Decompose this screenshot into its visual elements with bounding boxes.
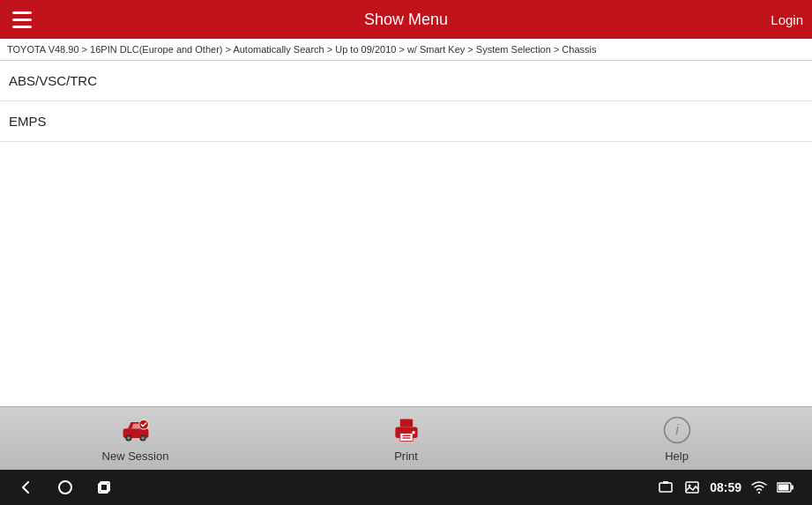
wifi-icon	[750, 479, 768, 496]
help-label: Help	[665, 449, 689, 463]
hamburger-icon[interactable]	[12, 11, 32, 28]
svg-point-20	[689, 485, 691, 487]
image-icon	[683, 479, 701, 496]
list-item-label: ABS/VSC/TRC	[9, 73, 97, 88]
nav-right-status: 08:59	[657, 479, 794, 496]
nav-left-buttons	[18, 479, 113, 496]
breadcrumb: TOYOTA V48.90 > 16PIN DLC(Europe and Oth…	[0, 39, 812, 61]
svg-rect-24	[792, 486, 794, 490]
header-bar: Show Menu Login	[0, 0, 812, 39]
new-session-label: New Session	[102, 449, 169, 463]
battery-icon	[777, 479, 794, 496]
home-button[interactable]	[56, 479, 74, 496]
toolbar: New Session Print i Help	[0, 406, 812, 470]
svg-point-14	[59, 481, 71, 494]
header-title: Show Menu	[364, 11, 448, 29]
svg-rect-8	[399, 434, 412, 442]
time-display: 08:59	[710, 480, 741, 494]
help-button[interactable]: i Help	[642, 414, 712, 463]
svg-rect-18	[663, 481, 668, 484]
svg-rect-17	[659, 483, 672, 492]
android-nav-bar: 08:59	[0, 470, 812, 505]
svg-rect-23	[778, 485, 789, 491]
content-area: ABS/VSC/TRC EMPS	[0, 61, 812, 406]
svg-rect-6	[399, 419, 412, 427]
list-item-label: EMPS	[9, 114, 47, 129]
svg-point-4	[141, 436, 145, 440]
login-button[interactable]: Login	[771, 12, 803, 27]
svg-text:i: i	[675, 421, 679, 437]
car-icon	[120, 414, 152, 446]
list-item[interactable]: ABS/VSC/TRC	[0, 61, 812, 101]
new-session-button[interactable]: New Session	[101, 414, 171, 463]
screenshot-icon	[657, 479, 674, 496]
print-label: Print	[394, 449, 418, 463]
back-button[interactable]	[18, 479, 35, 496]
print-button[interactable]: Print	[371, 414, 442, 463]
printer-icon	[391, 414, 422, 446]
svg-point-21	[758, 492, 760, 494]
recents-button[interactable]	[95, 479, 113, 496]
svg-point-11	[412, 431, 415, 434]
info-icon: i	[661, 414, 693, 446]
list-item[interactable]: EMPS	[0, 101, 812, 142]
svg-point-2	[127, 436, 130, 440]
